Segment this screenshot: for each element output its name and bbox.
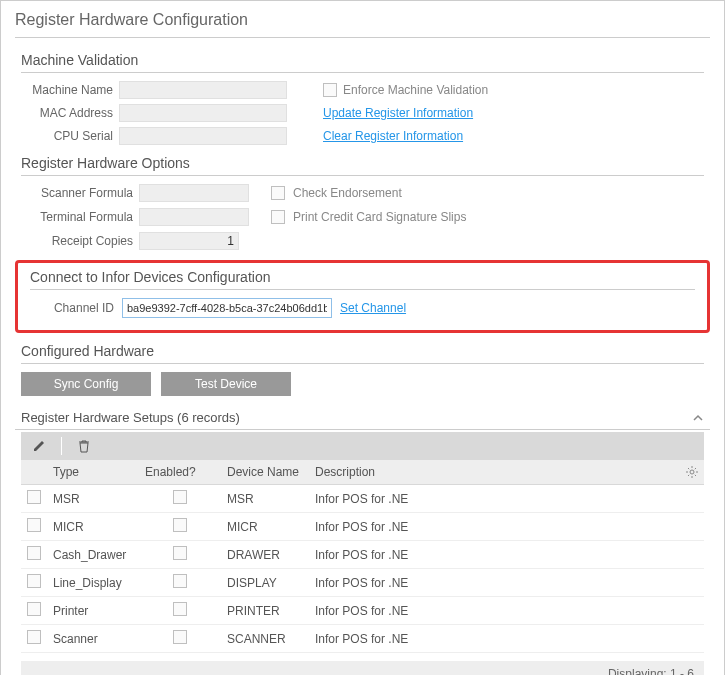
cell-type: Cash_Drawer [47,541,139,569]
cell-type: Line_Display [47,569,139,597]
machine-name-label: Machine Name [21,83,119,97]
row-select-checkbox[interactable] [27,602,41,616]
svg-line-5 [688,468,689,469]
terminal-formula-label: Terminal Formula [21,210,139,224]
col-header-select [21,460,47,485]
chevron-up-icon[interactable] [692,412,704,424]
cell-device: DISPLAY [221,569,309,597]
cell-device: MSR [221,485,309,513]
svg-line-6 [695,475,696,476]
edit-icon[interactable] [29,436,49,456]
dialog-container: Register Hardware Configuration Machine … [0,0,725,675]
cpu-serial-input[interactable] [119,127,287,145]
hardware-options-form: Scanner Formula Check Endorsement Termin… [21,184,704,250]
row-select-checkbox[interactable] [27,630,41,644]
cell-device: MICR [221,513,309,541]
table-row[interactable]: MSRMSRInfor POS for .NE [21,485,704,513]
receipt-copies-label: Receipt Copies [21,234,139,248]
enforce-validation-label: Enforce Machine Validation [343,83,488,97]
configured-hardware-heading: Configured Hardware [21,343,704,364]
cell-type: Scanner [47,625,139,653]
table-row[interactable]: ScannerSCANNERInfor POS for .NE [21,625,704,653]
row-select-checkbox[interactable] [27,490,41,504]
svg-line-8 [695,468,696,469]
table-row[interactable]: Line_DisplayDISPLAYInfor POS for .NE [21,569,704,597]
cell-type: MICR [47,513,139,541]
cell-description: Infor POS for .NE [309,513,680,541]
machine-name-input[interactable] [119,81,287,99]
trash-icon[interactable] [74,436,94,456]
test-device-button[interactable]: Test Device [161,372,291,396]
setups-panel-header[interactable]: Register Hardware Setups (6 records) [15,406,710,430]
hardware-setups-table: Type Enabled? Device Name Description MS… [21,460,704,653]
update-register-link[interactable]: Update Register Information [323,106,473,120]
machine-validation-heading: Machine Validation [21,52,704,73]
cell-description: Infor POS for .NE [309,569,680,597]
cell-device: DRAWER [221,541,309,569]
svg-point-0 [690,470,694,474]
table-row[interactable]: PrinterPRINTERInfor POS for .NE [21,597,704,625]
gear-icon[interactable] [680,460,704,485]
col-header-enabled[interactable]: Enabled? [139,460,221,485]
row-enabled-checkbox[interactable] [173,490,187,504]
col-header-device[interactable]: Device Name [221,460,309,485]
cell-device: SCANNER [221,625,309,653]
col-header-description[interactable]: Description [309,460,680,485]
cell-description: Infor POS for .NE [309,597,680,625]
grid-status-bar: Displaying: 1 - 6 [21,661,704,675]
table-row[interactable]: MICRMICRInfor POS for .NE [21,513,704,541]
machine-validation-form: Machine Name Enforce Machine Validation … [21,81,704,145]
channel-id-input[interactable] [122,298,332,318]
row-select-checkbox[interactable] [27,518,41,532]
svg-line-7 [688,475,689,476]
dialog-title: Register Hardware Configuration [15,11,710,38]
terminal-formula-input[interactable] [139,208,249,226]
cell-type: Printer [47,597,139,625]
connect-devices-highlight: Connect to Infor Devices Configuration C… [15,260,710,333]
cell-description: Infor POS for .NE [309,485,680,513]
cell-device: PRINTER [221,597,309,625]
cell-description: Infor POS for .NE [309,625,680,653]
mac-address-label: MAC Address [21,106,119,120]
row-enabled-checkbox[interactable] [173,602,187,616]
connect-devices-heading: Connect to Infor Devices Configuration [30,269,695,290]
cpu-serial-label: CPU Serial [21,129,119,143]
scanner-formula-input[interactable] [139,184,249,202]
toolbar-separator [61,437,62,455]
row-enabled-checkbox[interactable] [173,574,187,588]
setups-title: Register Hardware Setups (6 records) [21,410,240,425]
clear-register-link[interactable]: Clear Register Information [323,129,463,143]
grid-toolbar [21,432,704,460]
channel-id-label: Channel ID [34,301,114,315]
row-enabled-checkbox[interactable] [173,518,187,532]
set-channel-link[interactable]: Set Channel [340,301,406,315]
print-slips-checkbox[interactable] [271,210,285,224]
cell-description: Infor POS for .NE [309,541,680,569]
hardware-options-heading: Register Hardware Options [21,155,704,176]
enforce-validation-checkbox[interactable] [323,83,337,97]
row-enabled-checkbox[interactable] [173,630,187,644]
receipt-copies-input[interactable] [139,232,239,250]
col-header-type[interactable]: Type [47,460,139,485]
check-endorsement-checkbox[interactable] [271,186,285,200]
row-select-checkbox[interactable] [27,574,41,588]
mac-address-input[interactable] [119,104,287,122]
check-endorsement-label: Check Endorsement [293,186,402,200]
row-select-checkbox[interactable] [27,546,41,560]
cell-type: MSR [47,485,139,513]
row-enabled-checkbox[interactable] [173,546,187,560]
scanner-formula-label: Scanner Formula [21,186,139,200]
sync-config-button[interactable]: Sync Config [21,372,151,396]
table-row[interactable]: Cash_DrawerDRAWERInfor POS for .NE [21,541,704,569]
print-slips-label: Print Credit Card Signature Slips [293,210,466,224]
